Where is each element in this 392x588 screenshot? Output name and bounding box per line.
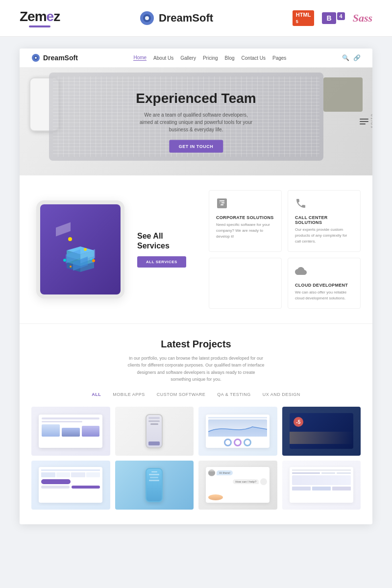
project-card-4[interactable]: -5 <box>282 407 361 456</box>
cloud-desc: We can also offer you reliable cloud dev… <box>295 290 353 301</box>
all-services-button[interactable]: ALL SERVICES <box>137 256 186 268</box>
corporate-desc: Need specific software for your company?… <box>216 222 274 240</box>
callcenter-desc: Our experts provide custom products of a… <box>295 227 353 245</box>
search-icon[interactable]: 🔍 <box>342 54 349 61</box>
svg-point-2 <box>145 16 149 20</box>
project-6-phone <box>146 468 163 502</box>
nav-pages[interactable]: Pages <box>272 55 286 61</box>
service-card-corporate: CORPORATE SOLUTIONS Need specific softwa… <box>209 190 282 252</box>
nav-pricing[interactable]: Pricing <box>203 55 218 61</box>
project-card-5[interactable] <box>31 461 110 510</box>
project-8-preview <box>290 467 353 502</box>
hero-subtitle: We are a team of qualified software deve… <box>137 111 255 133</box>
service-card-empty <box>209 258 282 309</box>
project-2-inner <box>119 410 190 452</box>
filter-custom[interactable]: CUSTOM SOFTWARE <box>157 392 206 397</box>
html5-badge: HTML5 <box>293 10 315 26</box>
dreamsoft-name-label: DreamSoft <box>159 12 213 24</box>
site-preview: DreamSoft Home About Us Gallery Pricing … <box>20 49 372 524</box>
services-heading: See All Services <box>137 231 170 250</box>
hero-section: Experienced Team We are a team of qualif… <box>20 68 372 175</box>
project-card-8[interactable] <box>282 461 361 510</box>
tech-badges: HTML5 B 4 Sass <box>293 10 372 26</box>
zemes-logo-group: Zemez <box>20 9 60 27</box>
dot-orange <box>92 259 95 262</box>
tablet-device <box>36 200 124 298</box>
menu-line-3 <box>360 123 366 124</box>
service-card-cloud: CLOUD DEVELOPMENT We can also offer you … <box>288 258 361 309</box>
nav-gallery[interactable]: Gallery <box>180 55 196 61</box>
bootstrap-version: 4 <box>337 12 345 20</box>
nav-about[interactable]: About Us <box>153 55 173 61</box>
hero-notebook-decoration <box>323 77 363 112</box>
projects-grid: -5 <box>31 407 361 510</box>
project-card-6[interactable] <box>115 461 194 510</box>
project-1-inner <box>35 410 106 452</box>
filter-ux[interactable]: UX AND DESIGN <box>263 392 300 397</box>
services-grid: CORPORATE SOLUTIONS Need specific softwa… <box>209 190 361 309</box>
zemes-underline <box>29 25 50 27</box>
project-3-preview <box>206 415 270 448</box>
share-icon[interactable]: 🔗 <box>353 54 361 61</box>
project-6-inner <box>119 464 190 506</box>
project-card-1[interactable] <box>31 407 110 456</box>
project-4-inner: -5 <box>286 410 357 452</box>
hero-slide-counter: 01/03 <box>369 114 372 129</box>
site-logo-icon <box>31 53 40 62</box>
hero-content: Experienced Team We are a team of qualif… <box>136 91 256 153</box>
project-7-inner: Hi there! How can I help? <box>202 464 273 506</box>
projects-subtitle: In our portfolio, you can browse the lat… <box>127 355 265 383</box>
nav-blog[interactable]: Blog <box>225 55 235 61</box>
project-card-3[interactable] <box>198 407 277 456</box>
nav-contact[interactable]: Contact Us <box>242 55 266 61</box>
isometric-blocks <box>56 225 105 274</box>
svg-point-5 <box>35 57 37 59</box>
cloud-icon <box>295 265 353 280</box>
hero-cta-button[interactable]: GET IN TOUCH <box>169 140 223 153</box>
corporate-name: CORPORATE SOLUTIONS <box>216 215 274 220</box>
site-header: DreamSoft Home About Us Gallery Pricing … <box>20 49 372 68</box>
project-2-phone <box>146 414 163 448</box>
tablet-illustration <box>40 204 121 294</box>
main-content: DreamSoft Home About Us Gallery Pricing … <box>0 37 392 539</box>
project-card-2[interactable] <box>115 407 194 456</box>
dreamsoft-brand: DreamSoft <box>139 10 213 26</box>
project-3-inner <box>202 410 273 452</box>
services-center: See All Services ALL SERVICES <box>137 190 201 309</box>
project-5-inner <box>35 464 106 506</box>
filter-mobile[interactable]: MOBILE APPS <box>113 392 145 397</box>
site-nav-icons: 🔍 🔗 <box>342 54 361 61</box>
menu-line-1 <box>360 119 368 120</box>
nav-home[interactable]: Home <box>133 55 147 61</box>
project-1-preview <box>39 415 102 448</box>
services-section: See All Services ALL SERVICES CORPORATE … <box>20 175 372 323</box>
callcenter-name: CALL CENTER SOLUTIONS <box>295 215 353 225</box>
dreamsoft-icon <box>139 10 155 26</box>
filter-qa[interactable]: QA & TESTING <box>217 392 250 397</box>
dot-yellow <box>68 237 72 241</box>
services-image-col <box>31 190 129 309</box>
project-5-preview <box>39 467 102 502</box>
cloud-name: CLOUD DEVELOPMENT <box>295 283 353 288</box>
svg-point-16 <box>70 266 72 268</box>
zemes-logo-wrap: Zemez <box>20 9 60 27</box>
bootstrap-badge: B 4 <box>322 12 344 24</box>
service-card-callcenter: CALL CENTER SOLUTIONS Our experts provid… <box>288 190 361 252</box>
corporate-icon <box>216 197 274 212</box>
svg-point-15 <box>84 248 87 251</box>
project-7-preview: Hi there! How can I help? <box>206 467 270 502</box>
site-logo: DreamSoft <box>31 53 78 62</box>
hero-title: Experienced Team <box>136 91 256 106</box>
sass-badge: Sass <box>353 12 372 24</box>
html5-label: HTML5 <box>293 10 315 26</box>
top-bar: Zemez DreamSoft HTML5 B 4 Sass <box>0 0 392 37</box>
bootstrap-label: B <box>322 12 336 24</box>
filter-all[interactable]: ALL <box>92 392 101 397</box>
menu-line-2 <box>360 121 368 122</box>
project-card-7[interactable]: Hi there! How can I help? <box>198 461 277 510</box>
project-filters: ALL MOBILE APPS CUSTOM SOFTWARE QA & TES… <box>31 392 361 397</box>
site-nav: Home About Us Gallery Pricing Blog Conta… <box>133 55 286 61</box>
projects-title: Latest Projects <box>31 339 361 350</box>
project-4-preview: -5 <box>290 413 353 448</box>
zemes-logo-text: Zemez <box>20 9 60 24</box>
